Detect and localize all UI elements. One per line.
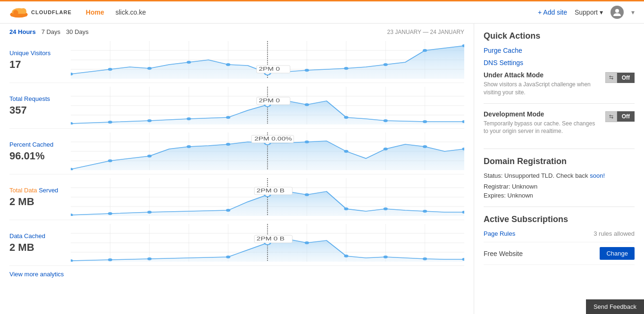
subscription-page-rules: Page Rules 3 rules allowed (484, 230, 635, 242)
dev-toggle-arrows-icon[interactable]: ⇆ (605, 111, 617, 122)
quick-actions-title: Quick Actions (484, 31, 635, 41)
dev-mode-toggle[interactable]: ⇆ Off (605, 111, 635, 122)
page-rules-link[interactable]: Page Rules (484, 230, 515, 237)
user-avatar[interactable] (611, 6, 624, 19)
svg-point-49 (147, 119, 151, 122)
svg-text:2PM  0 B: 2PM 0 B (257, 188, 284, 194)
svg-point-47 (71, 122, 73, 124)
svg-point-133 (226, 256, 230, 258)
svg-point-105 (147, 211, 151, 214)
stat-info-cached: Percent Cached 96.01% (9, 141, 71, 162)
svg-point-81 (305, 140, 309, 143)
send-feedback-button[interactable]: Send Feedback (586, 299, 644, 314)
svg-point-130 (71, 259, 73, 262)
stat-value-data: 2 MB (9, 196, 71, 208)
svg-point-106 (226, 209, 230, 212)
nav-site[interactable]: slick.co.ke (116, 8, 146, 16)
svg-point-132 (147, 257, 151, 260)
svg-point-48 (108, 121, 112, 124)
logo-area: CLOUDFLARE (9, 6, 72, 19)
svg-point-50 (187, 117, 191, 120)
svg-point-104 (108, 212, 112, 215)
chart-cached: 2PM 0.00% (71, 132, 464, 170)
free-website-label: Free Website (484, 250, 523, 257)
svg-point-136 (344, 255, 348, 257)
purge-cache-link[interactable]: Purge Cache (484, 47, 635, 54)
stat-value-requests: 357 (9, 104, 71, 116)
svg-point-83 (384, 148, 388, 150)
domain-expires: Expires: Unknown (484, 192, 635, 199)
svg-point-109 (344, 207, 348, 210)
subscription-free-website: Free Website Change (484, 247, 635, 265)
dev-mode-info: Development Mode Temporarily bypass our … (484, 110, 600, 136)
change-plan-button[interactable]: Change (600, 247, 635, 260)
domain-soon-link[interactable]: soon! (590, 172, 605, 179)
svg-point-82 (344, 150, 348, 153)
svg-point-20 (108, 68, 112, 71)
dev-mode-desc: Temporarily bypass our cache. See change… (484, 120, 600, 136)
time-tabs-left: 24 Hours 7 Days 30 Days (9, 28, 89, 35)
stat-value-datacached: 2 MB (9, 241, 71, 254)
chart-requests: 2PM 0 (71, 87, 464, 124)
under-attack-toggle[interactable]: ⇆ Off (605, 72, 635, 83)
analytics-panel: 24 Hours 7 Days 30 Days 23 JANUARY — 24 … (0, 24, 474, 314)
svg-point-110 (384, 207, 388, 210)
add-site-button[interactable]: + Add site (538, 8, 567, 16)
svg-point-28 (423, 49, 427, 52)
svg-point-23 (226, 63, 230, 66)
stat-info-visitors: Unique Visitors 17 (9, 50, 71, 71)
domain-status-text: Status: Unsupported TLD. Check back (484, 172, 590, 179)
stat-value-cached: 96.01% (9, 150, 71, 162)
toggle-arrows-icon[interactable]: ⇆ (605, 72, 617, 83)
chart-datacached: 2PM 0 B (71, 224, 464, 262)
svg-point-2 (20, 8, 26, 14)
view-more-analytics[interactable]: View more analytics (9, 271, 464, 278)
svg-rect-4 (11, 14, 27, 16)
dns-settings-link[interactable]: DNS Settings (484, 59, 635, 66)
stat-info-requests: Total Requests 357 (9, 95, 71, 116)
tab-30days[interactable]: 30 Days (66, 28, 89, 35)
toggle-off-label[interactable]: Off (617, 73, 635, 83)
under-attack-info: Under Attack Mode Show visitors a JavaSc… (484, 71, 600, 97)
svg-point-51 (226, 116, 230, 119)
svg-point-135 (305, 241, 309, 244)
time-tabs-bar: 24 Hours 7 Days 30 Days 23 JANUARY — 24 … (9, 28, 464, 35)
svg-point-79 (226, 143, 230, 146)
stat-value-visitors: 17 (9, 58, 71, 71)
stat-label-data-rest: Served (37, 187, 59, 194)
domain-title: Domain Registration (484, 157, 635, 166)
tab-24hours[interactable]: 24 Hours (9, 28, 36, 35)
tab-7days[interactable]: 7 Days (42, 28, 60, 35)
stat-label-datacached: Data Cached (9, 232, 71, 240)
domain-registrar: Registrar: Unknown (484, 183, 635, 190)
chart-data: 2PM 0 B (71, 178, 464, 216)
support-button[interactable]: Support ▾ (575, 8, 603, 16)
nav-home[interactable]: Home (86, 8, 104, 16)
support-chevron-icon: ▾ (600, 8, 603, 16)
svg-point-5 (615, 9, 619, 13)
svg-point-131 (108, 258, 112, 261)
svg-point-26 (344, 67, 348, 70)
stat-data-cached: Data Cached 2 MB (9, 224, 464, 266)
page-rules-count: 3 rules allowed (594, 230, 635, 237)
svg-point-137 (384, 256, 388, 258)
svg-point-54 (344, 116, 348, 119)
svg-point-111 (423, 210, 427, 213)
right-sidebar: Quick Actions Purge Cache DNS Settings U… (474, 24, 644, 314)
under-attack-desc: Show visitors a JavaScript challenge whe… (484, 81, 600, 97)
user-chevron-icon: ▾ (631, 8, 635, 16)
dev-mode-toggle-row: Development Mode Temporarily bypass our … (484, 110, 635, 142)
stat-percent-cached: Percent Cached 96.01% (9, 132, 464, 174)
stat-label-requests: Total Requests (9, 95, 71, 102)
dev-mode-label: Development Mode (484, 110, 600, 118)
svg-text:2PM  0: 2PM 0 (259, 98, 280, 104)
chart-visitors: 2PM 0 (71, 41, 464, 79)
dev-toggle-off-label[interactable]: Off (617, 111, 635, 122)
svg-point-84 (423, 145, 427, 148)
domain-section: Domain Registration Status: Unsupported … (484, 157, 635, 199)
svg-point-77 (147, 155, 151, 157)
svg-point-56 (423, 120, 427, 123)
svg-point-108 (305, 193, 309, 196)
stat-total-data: Total Data Served 2 MB (9, 178, 464, 220)
stat-label-data: Total Data Served (9, 187, 71, 194)
